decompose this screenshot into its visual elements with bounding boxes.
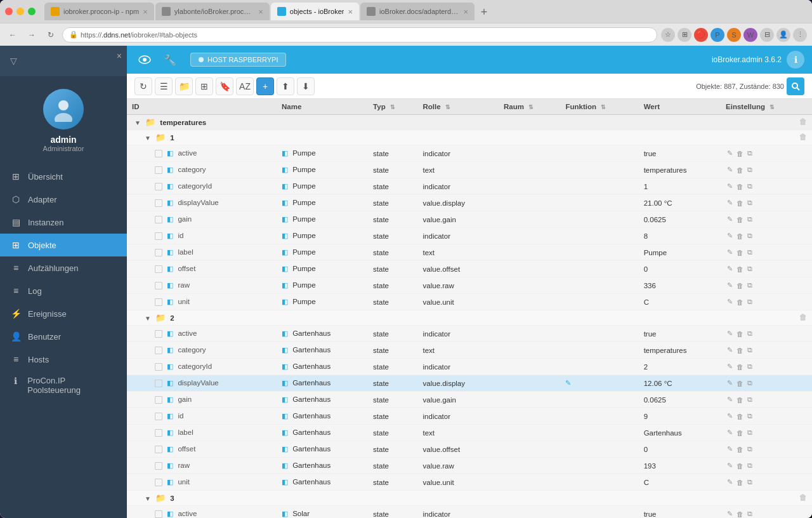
expand-icon[interactable]: ▼	[145, 315, 151, 322]
ext2-btn[interactable]: 🔴	[694, 28, 708, 42]
sidebar-item-log[interactable]: ≡ Log	[0, 279, 127, 302]
edit-action-icon[interactable]: ✎	[726, 394, 734, 405]
sidebar-close-button[interactable]: ×	[117, 51, 122, 61]
table-row[interactable]: ▼ 📁 2 🗑	[127, 310, 812, 326]
table-row[interactable]: ◧ offset ◧ Gartenhaus state value.offset…	[127, 441, 812, 458]
edit-action-icon[interactable]: ✎	[726, 378, 734, 388]
sidebar-item-benutzer[interactable]: 👤 Benutzer	[0, 325, 127, 348]
sidebar-item-ubersicht[interactable]: ⊞ Übersicht	[0, 165, 127, 188]
ext4-btn[interactable]: S	[727, 28, 741, 42]
tab-close-docs[interactable]: ×	[463, 7, 468, 17]
copy-action-icon[interactable]: ⧉	[746, 164, 754, 175]
edit-action-icon[interactable]: ✎	[726, 508, 734, 518]
edit-action-icon[interactable]: ✎	[726, 444, 734, 455]
copy-action-icon[interactable]: ⧉	[746, 148, 754, 159]
browser-tab-npm[interactable]: iobroker.procon-ip - npm ×	[44, 3, 154, 20]
table-row[interactable]: ▼ 📁 3 🗑	[127, 491, 812, 506]
col-rolle[interactable]: Rolle ⇅	[418, 99, 499, 115]
delete-action-icon[interactable]: 🗑	[735, 345, 745, 355]
copy-action-icon[interactable]: ⧉	[746, 378, 754, 388]
edit-action-icon[interactable]: ✎	[726, 263, 734, 274]
edit-action-icon[interactable]: ✎	[726, 411, 734, 422]
delete-action-icon[interactable]: 🗑	[735, 231, 745, 241]
eye-button[interactable]	[134, 50, 155, 70]
copy-action-icon[interactable]: ⧉	[746, 427, 754, 438]
table-row[interactable]: ▼ 📁 1 🗑	[127, 130, 812, 145]
delete-action-icon[interactable]: 🗑	[735, 428, 745, 438]
host-pill[interactable]: HOST RASPBERRYPI	[190, 53, 286, 67]
copy-action-icon[interactable]: ⧉	[746, 508, 754, 518]
sidebar-item-adapter[interactable]: ⬡ Adapter	[0, 188, 127, 211]
tab-close-objects[interactable]: ×	[348, 7, 353, 17]
edit-action-icon[interactable]: ✎	[726, 280, 734, 291]
sidebar-item-ereignisse[interactable]: ⚡ Ereignisse	[0, 302, 127, 325]
minimize-traffic-light[interactable]	[16, 8, 24, 15]
menu-btn[interactable]: ⋮	[793, 28, 807, 42]
table-row[interactable]: ◧ category ◧ Pumpe state text temperatur…	[127, 162, 812, 178]
sidebar-item-aufzahlungen[interactable]: ≡ Aufzählungen	[0, 256, 127, 279]
col-einstellung[interactable]: Einstellung ⇅	[721, 99, 812, 115]
delete-action-icon[interactable]: 🗑	[735, 444, 745, 455]
folder-row-cell[interactable]: ▼ 📁 temperatures 🗑	[127, 115, 812, 130]
edit-action-icon[interactable]: ✎	[726, 247, 734, 258]
wrench-button[interactable]: 🔧	[160, 50, 180, 70]
delete-icon[interactable]: 🗑	[799, 313, 807, 322]
edit-action-icon[interactable]: ✎	[726, 230, 734, 241]
copy-action-icon[interactable]: ⧉	[746, 477, 754, 488]
delete-action-icon[interactable]: 🗑	[735, 509, 745, 519]
table-row[interactable]: ◧ unit ◧ Gartenhaus state value.unit C ✎…	[127, 474, 812, 491]
expand-icon[interactable]: ▼	[134, 119, 141, 126]
edit-action-icon[interactable]: ✎	[726, 214, 734, 225]
browser-tab-objects[interactable]: objects - ioBroker ×	[271, 3, 359, 20]
edit-action-icon[interactable]: ✎	[726, 296, 734, 307]
bookmark-btn[interactable]: ☆	[661, 28, 675, 42]
table-row[interactable]: ◧ categoryId ◧ Pumpe state indicator 1 ✎…	[127, 178, 812, 195]
ext5-btn[interactable]: W	[743, 28, 757, 42]
delete-action-icon[interactable]: 🗑	[735, 297, 745, 307]
delete-action-icon[interactable]: 🗑	[735, 165, 745, 175]
edit-action-icon[interactable]: ✎	[726, 427, 734, 438]
subfolder-row-cell[interactable]: ▼ 📁 3 🗑	[127, 491, 812, 506]
table-row[interactable]: ◧ offset ◧ Pumpe state value.offset 0 ✎ …	[127, 261, 812, 277]
table-row[interactable]: ◧ label ◧ Gartenhaus state text Gartenha…	[127, 425, 812, 441]
copy-action-icon[interactable]: ⧉	[746, 181, 754, 192]
edit-action-icon[interactable]: ✎	[726, 328, 734, 339]
copy-action-icon[interactable]: ⧉	[746, 263, 754, 274]
table-row[interactable]: ◧ category ◧ Gartenhaus state text tempe…	[127, 342, 812, 359]
expand-icon[interactable]: ▼	[145, 135, 151, 142]
ext1-btn[interactable]: ⊞	[678, 28, 691, 42]
delete-action-icon[interactable]: 🗑	[735, 149, 745, 159]
table-row[interactable]: ◧ label ◧ Pumpe state text Pumpe ✎ 🗑 ⧉	[127, 244, 812, 261]
delete-action-icon[interactable]: 🗑	[735, 198, 745, 208]
delete-action-icon[interactable]: 🗑	[735, 395, 745, 405]
copy-action-icon[interactable]: ⧉	[746, 411, 754, 422]
delete-action-icon[interactable]: 🗑	[735, 281, 745, 291]
copy-action-icon[interactable]: ⧉	[746, 394, 754, 405]
refresh-objects-button[interactable]: ↻	[134, 77, 152, 95]
delete-action-icon[interactable]: 🗑	[735, 362, 745, 372]
browser-tab-docs[interactable]: ioBroker.docs/adapterdev.md... ×	[360, 3, 475, 20]
table-row[interactable]: ◧ displayValue ◧ Pumpe state value.displ…	[127, 195, 812, 211]
table-row[interactable]: ◧ active ◧ Solar state indicator true ✎ …	[127, 506, 812, 519]
copy-action-icon[interactable]: ⧉	[746, 296, 754, 307]
table-row[interactable]: ◧ active ◧ Pumpe state indicator true ✎ …	[127, 145, 812, 162]
sidebar-item-proconip[interactable]: ℹ ProCon.IP Poolsteuerung	[0, 371, 127, 400]
delete-action-icon[interactable]: 🗑	[735, 264, 745, 274]
ext7-btn[interactable]: 👤	[776, 28, 790, 42]
edit-action-icon[interactable]: ✎	[726, 164, 734, 175]
copy-action-icon[interactable]: ⧉	[746, 280, 754, 291]
maximize-traffic-light[interactable]	[28, 8, 36, 15]
copy-action-icon[interactable]: ⧉	[746, 247, 754, 258]
upload-button[interactable]: ⬆	[277, 77, 294, 95]
delete-action-icon[interactable]: 🗑	[735, 411, 745, 422]
delete-action-icon[interactable]: 🗑	[735, 329, 745, 339]
copy-action-icon[interactable]: ⧉	[746, 460, 754, 471]
copy-action-icon[interactable]: ⧉	[746, 444, 754, 455]
add-button[interactable]: +	[256, 77, 274, 95]
browser-tab-ylabonte[interactable]: ylabonte/ioBroker.procon-ip:... ×	[155, 3, 270, 20]
edit-action-icon[interactable]: ✎	[726, 181, 734, 192]
edit-action-icon[interactable]: ✎	[726, 148, 734, 159]
table-row[interactable]: ◧ displayValue ◧ Gartenhaus state value.…	[127, 375, 812, 392]
edit-action-icon[interactable]: ✎	[726, 345, 734, 355]
folder-view-button[interactable]: 📁	[175, 77, 193, 95]
